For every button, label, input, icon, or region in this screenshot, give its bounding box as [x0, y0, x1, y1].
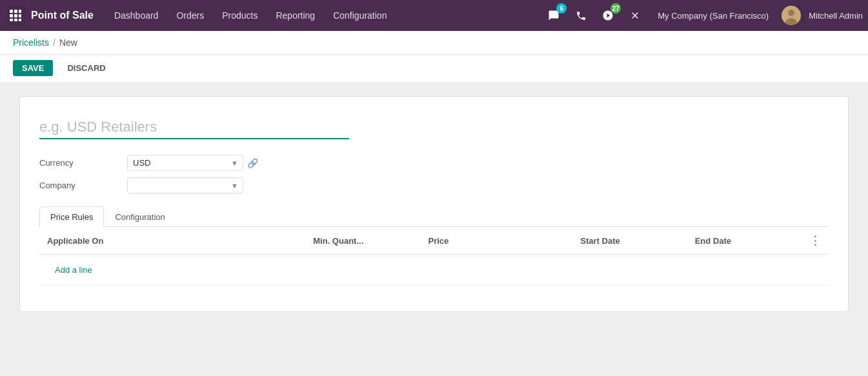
svg-rect-0 [10, 10, 13, 13]
nav-reporting[interactable]: Reporting [268, 6, 323, 25]
tab-price-rules[interactable]: Price Rules [39, 206, 104, 227]
close-icon-button[interactable] [625, 6, 645, 25]
activity-badge: 27 [611, 3, 621, 14]
user-name: Mitchell Admin [809, 11, 863, 21]
currency-select[interactable]: USD [127, 155, 243, 171]
company-select[interactable] [127, 177, 243, 193]
currency-select-wrapper: USD ▼ [127, 155, 243, 171]
form-card: Currency USD ▼ 🔗 Company ▼ [19, 96, 849, 312]
currency-external-link-icon[interactable]: 🔗 [247, 158, 258, 168]
svg-point-10 [788, 10, 794, 16]
messages-icon-button[interactable]: 6 [544, 6, 563, 25]
nav-products[interactable]: Products [214, 6, 265, 25]
price-rules-table: Applicable On Min. Quant... Price Start … [39, 227, 829, 286]
company-control: ▼ [127, 177, 243, 193]
tab-configuration[interactable]: Configuration [104, 206, 176, 227]
col-header-applicable-on: Applicable On [39, 227, 305, 255]
add-line-row: Add a line [39, 255, 829, 286]
messages-badge: 6 [556, 3, 567, 14]
company-name: My Company (San Francisco) [658, 11, 769, 21]
nav-configuration[interactable]: Configuration [325, 6, 394, 25]
company-label: Company [39, 181, 117, 190]
currency-label: Currency [39, 158, 117, 168]
col-header-min-qty: Min. Quant... [305, 227, 420, 255]
tabs-header: Price Rules Configuration [39, 206, 829, 227]
app-brand: Point of Sale [31, 10, 94, 21]
user-avatar[interactable] [782, 6, 801, 25]
svg-rect-8 [19, 19, 21, 21]
svg-rect-3 [10, 14, 13, 17]
col-header-price: Price [421, 227, 573, 255]
discard-button[interactable]: DISCARD [58, 60, 114, 76]
svg-rect-7 [14, 19, 17, 21]
svg-rect-5 [19, 14, 21, 17]
grid-menu-icon[interactable] [5, 5, 26, 26]
save-button[interactable]: SAVE [13, 60, 53, 76]
pricelist-name-input[interactable] [39, 116, 349, 139]
add-line-cell: Add a line [39, 255, 829, 286]
tab-content-price-rules: Applicable On Min. Quant... Price Start … [39, 227, 829, 286]
nav-menu: Dashboard Orders Products Reporting Conf… [106, 6, 544, 25]
table-column-menu-icon[interactable]: ⋮ [809, 234, 821, 247]
svg-rect-1 [14, 10, 17, 13]
top-navigation: Point of Sale Dashboard Orders Products … [0, 0, 868, 31]
action-bar: SAVE DISCARD [0, 55, 868, 83]
add-line-button[interactable]: Add a line [47, 260, 100, 280]
breadcrumb-parent[interactable]: Pricelists [13, 37, 49, 48]
svg-rect-4 [14, 14, 17, 17]
breadcrumb-current: New [59, 37, 77, 48]
currency-field-row: Currency USD ▼ 🔗 [39, 155, 829, 171]
col-header-menu: ⋮ [802, 227, 829, 255]
col-header-start-date: Start Date [572, 227, 687, 255]
breadcrumb-separator: / [53, 37, 56, 48]
company-field-row: Company ▼ [39, 177, 829, 193]
svg-rect-2 [19, 10, 21, 13]
nav-orders[interactable]: Orders [168, 6, 212, 25]
svg-rect-6 [10, 19, 13, 21]
tabs-container: Price Rules Configuration Applicable On [39, 206, 829, 286]
main-content: Currency USD ▼ 🔗 Company ▼ [0, 83, 868, 375]
phone-icon-button[interactable] [571, 6, 590, 25]
activity-icon-button[interactable]: 27 [598, 6, 618, 25]
currency-control: USD ▼ 🔗 [127, 155, 258, 171]
price-rules-tbody: Add a line [39, 255, 829, 286]
company-select-wrapper: ▼ [127, 177, 243, 193]
nav-dashboard[interactable]: Dashboard [106, 6, 167, 25]
col-header-end-date: End Date [687, 227, 802, 255]
breadcrumb: Pricelists / New [0, 31, 868, 55]
topnav-right: 6 27 My Company (San Francisco) Mitchell… [544, 6, 863, 25]
